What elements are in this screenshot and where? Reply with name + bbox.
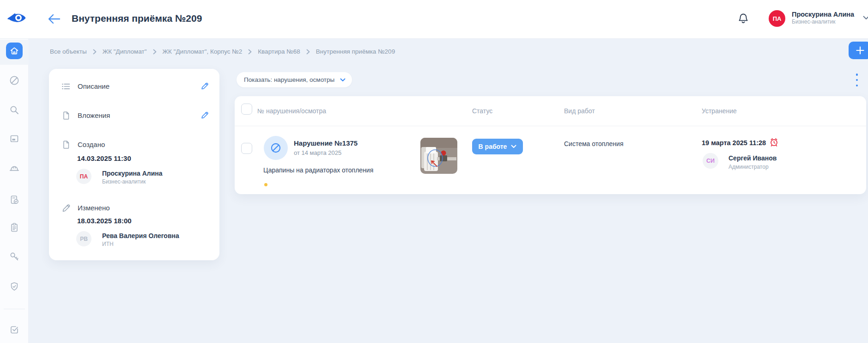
description-label: Описание xyxy=(78,82,109,90)
details-panel: Описание Вложения Создано 14.03.2025 11:… xyxy=(49,69,219,260)
user-name: Проскурина Алина xyxy=(792,10,854,18)
sidebar-nav xyxy=(0,39,29,343)
top-bar: Внутренняя приёмка №209 ПА Проскурина Ал… xyxy=(0,0,868,39)
add-button[interactable] xyxy=(849,42,868,59)
violation-date: от 14 марта 2025 xyxy=(294,149,341,156)
prohibition-icon xyxy=(9,75,20,86)
violation-photo-thumbnail[interactable] xyxy=(420,138,457,174)
chevron-right-icon xyxy=(306,49,310,55)
violation-title-link[interactable]: Нарушение №1375 xyxy=(294,139,358,147)
modified-user-avatar: РВ xyxy=(76,231,91,246)
pencil-icon xyxy=(200,81,209,91)
edit-attachments-button[interactable] xyxy=(200,110,209,120)
search-icon xyxy=(9,104,20,116)
prohibition-icon xyxy=(270,142,282,154)
sidebar-divider xyxy=(4,309,25,309)
select-all-checkbox[interactable] xyxy=(241,104,252,115)
sidebar-item-acts[interactable] xyxy=(9,194,20,205)
breadcrumb-item-apartment[interactable]: Квартира №68 xyxy=(258,48,300,55)
edit-description-button[interactable] xyxy=(200,81,209,91)
chevron-right-icon xyxy=(248,49,252,55)
assignee-name: Сергей Иванов xyxy=(728,154,777,162)
shield-check-icon xyxy=(9,281,20,292)
breadcrumb-item-current: Внутренняя приёмка №209 xyxy=(316,48,395,55)
assignee-role: Администратор xyxy=(728,164,769,170)
sidebar-item-security[interactable] xyxy=(9,281,20,292)
user-menu[interactable]: ПА Проскурина Алина Бизнес-аналитик xyxy=(769,10,854,27)
created-datetime: 14.03.2025 11:30 xyxy=(77,154,131,162)
column-header-work-type: Вид работ xyxy=(564,107,595,115)
sidebar-item-violations[interactable] xyxy=(9,75,20,86)
pencil-gray-icon xyxy=(61,203,71,213)
modified-datetime: 18.03.2025 18:00 xyxy=(77,217,132,225)
pending-status-dot xyxy=(264,183,267,186)
modified-label: Изменено xyxy=(78,204,110,212)
breadcrumb-item-complex[interactable]: ЖК "Дипломат" xyxy=(103,48,147,55)
sidebar-item-panel[interactable] xyxy=(9,133,20,144)
app-logo-eye-icon[interactable] xyxy=(7,11,27,25)
user-menu-chevron-icon[interactable] xyxy=(863,16,868,20)
table-more-menu-button[interactable] xyxy=(855,74,859,86)
created-label: Создано xyxy=(78,141,105,148)
deadline-alarm-icon xyxy=(769,137,779,147)
chevron-right-icon xyxy=(153,49,157,55)
sidebar-item-checklists[interactable] xyxy=(9,222,20,233)
show-filter-dropdown[interactable]: Показать: нарушения, осмотры xyxy=(237,72,352,87)
work-type-value: Система отопления xyxy=(564,140,623,147)
list-icon xyxy=(61,81,71,92)
chevron-right-icon xyxy=(93,49,97,55)
sidebar-item-tasks[interactable] xyxy=(9,324,20,335)
notifications-bell-icon[interactable] xyxy=(737,12,750,26)
hard-hat-icon xyxy=(9,163,20,174)
violation-description: Царапины на радиаторах отопления xyxy=(263,166,373,174)
file-icon xyxy=(61,110,71,121)
breadcrumb-item-all-objects[interactable]: Все объекты xyxy=(50,48,87,55)
user-avatar: ПА xyxy=(769,10,785,27)
column-header-status: Статус xyxy=(472,107,492,115)
show-filter-label: Показать: нарушения, осмотры xyxy=(244,76,334,83)
column-header-resolution: Устранение xyxy=(702,107,737,115)
modified-user-name: Рева Валерия Олеговна xyxy=(102,232,179,239)
panel-icon xyxy=(9,133,20,144)
assignee-avatar: СИ xyxy=(703,153,718,169)
breadcrumb-item-building[interactable]: ЖК "Дипломат", Корпус №2 xyxy=(163,48,243,55)
main-content: Все объекты ЖК "Дипломат" ЖК "Дипломат",… xyxy=(29,39,868,343)
document-check-icon xyxy=(9,194,20,205)
app-root: { "header": { "title": "Внутренняя приём… xyxy=(0,0,868,343)
column-header-number: № нарушения/осмотра xyxy=(257,107,326,115)
home-icon xyxy=(9,46,19,56)
table-header-divider xyxy=(235,126,866,126)
sidebar-item-construction[interactable] xyxy=(9,163,20,174)
plus-icon xyxy=(856,46,865,55)
resolution-deadline: 19 марта 2025 11:28 xyxy=(702,139,766,147)
user-role: Бизнес-аналитик xyxy=(792,18,854,25)
check-square-icon xyxy=(9,324,20,335)
created-user-role: Бизнес-аналитик xyxy=(102,178,146,185)
breadcrumb: Все объекты ЖК "Дипломат" ЖК "Дипломат",… xyxy=(50,48,395,55)
row-checkbox[interactable] xyxy=(241,143,252,154)
attachments-label: Вложения xyxy=(78,111,110,119)
sidebar-item-home[interactable] xyxy=(6,43,23,59)
page-title: Внутренняя приёмка №209 xyxy=(72,13,202,24)
sidebar-item-search[interactable] xyxy=(9,104,20,116)
chevron-down-icon xyxy=(340,78,346,82)
status-dropdown-button[interactable]: В работе xyxy=(472,139,523,154)
violations-table: № нарушения/осмотра Статус Вид работ Уст… xyxy=(235,96,866,194)
sidebar-item-keys[interactable] xyxy=(9,251,20,262)
clipboard-icon xyxy=(9,222,20,233)
created-user-name: Проскурина Алина xyxy=(102,170,163,177)
key-icon xyxy=(9,251,20,262)
file-icon xyxy=(61,140,71,150)
pencil-icon xyxy=(200,110,209,120)
chevron-down-icon xyxy=(511,145,516,148)
modified-user-role: ИТН xyxy=(102,241,114,247)
back-arrow-icon[interactable] xyxy=(47,13,61,25)
created-user-avatar: ПА xyxy=(76,169,91,184)
violation-type-icon xyxy=(264,136,288,160)
status-label: В работе xyxy=(479,143,507,150)
